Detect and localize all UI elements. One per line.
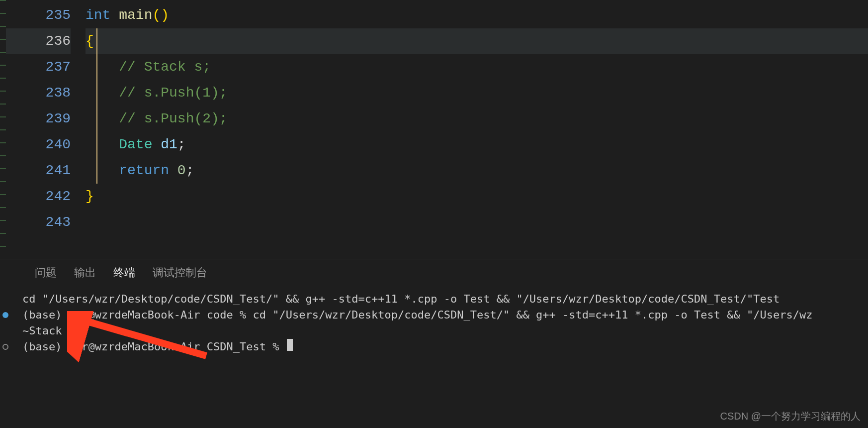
- tab-problems[interactable]: 问题: [35, 265, 57, 280]
- line-gutter: 235 236 237 238 239 240 241 242 243: [6, 0, 86, 259]
- terminal-output[interactable]: cd "/Users/wzr/Desktop/code/CSDN_Test/" …: [0, 286, 868, 360]
- code-line[interactable]: return 0;: [86, 158, 868, 184]
- indent-guide: [96, 28, 97, 184]
- code-line[interactable]: int main(): [86, 2, 868, 28]
- code-line[interactable]: // s.Push(1);: [86, 80, 868, 106]
- code-line[interactable]: }: [86, 184, 868, 210]
- line-number: 236: [6, 28, 71, 54]
- tab-terminal[interactable]: 终端: [113, 265, 135, 280]
- bullet-icon: [2, 312, 8, 318]
- terminal-prompt: (base) wzr@wzrdeMacBook-Air CSDN_Test %: [22, 339, 286, 355]
- decoration-strip: [0, 0, 6, 259]
- line-number: 241: [6, 158, 71, 184]
- code-editor[interactable]: 235 236 237 238 239 240 241 242 243 int …: [0, 0, 868, 259]
- watermark: CSDN @一个努力学习编程的人: [720, 410, 861, 423]
- code-line[interactable]: {: [86, 28, 868, 54]
- panel-tabs: 问题 输出 终端 调试控制台: [0, 259, 868, 286]
- line-number: 239: [6, 106, 71, 132]
- terminal-line: (base) wzr@wzrdeMacBook-Air code % cd "/…: [22, 307, 812, 323]
- code-line[interactable]: Date d1;: [86, 132, 868, 158]
- cursor-icon: [287, 339, 293, 351]
- line-number: 237: [6, 54, 71, 80]
- bullet-icon: [2, 344, 8, 350]
- code-content[interactable]: int main(){ // Stack s; // s.Push(1); //…: [86, 0, 868, 259]
- code-line[interactable]: // s.Push(2);: [86, 106, 868, 132]
- line-number: 238: [6, 80, 71, 106]
- terminal-line: cd "/Users/wzr/Desktop/code/CSDN_Test/" …: [22, 291, 780, 307]
- line-number: 242: [6, 184, 71, 210]
- terminal-line: ~Stack: [22, 323, 62, 339]
- line-number: 235: [6, 2, 71, 28]
- bottom-panel: 问题 输出 终端 调试控制台 cd "/Users/wzr/Desktop/co…: [0, 259, 868, 428]
- code-line[interactable]: // Stack s;: [86, 54, 868, 80]
- tab-output[interactable]: 输出: [74, 265, 96, 280]
- line-number: 240: [6, 132, 71, 158]
- tab-debug-console[interactable]: 调试控制台: [153, 265, 207, 280]
- line-number: 243: [6, 210, 71, 235]
- code-line[interactable]: [86, 210, 868, 235]
